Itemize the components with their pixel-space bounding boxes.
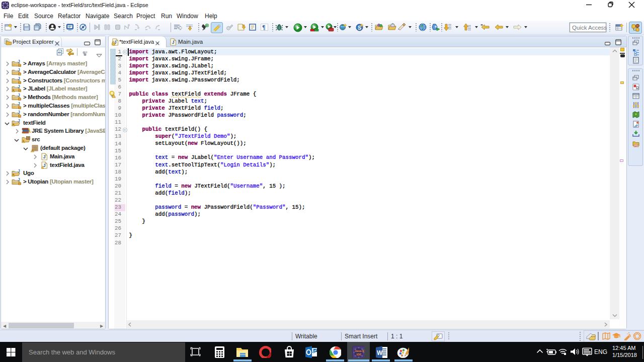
svg-text:¶: ¶ <box>262 24 265 31</box>
svg-text:J: J <box>172 40 175 45</box>
svg-text:W: W <box>377 349 383 356</box>
svg-text:GIT: GIT <box>634 145 638 147</box>
svg-text:J: J <box>43 163 46 168</box>
svg-text:Java EE: Java EE <box>355 349 364 352</box>
svg-text:IDE: IDE <box>357 353 362 356</box>
svg-text:J: J <box>43 154 46 159</box>
